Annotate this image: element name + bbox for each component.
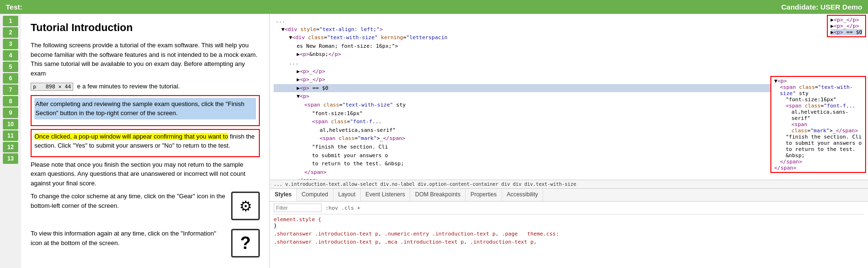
highlight-yellow-box: Once clicked, a pop-up window will appea… <box>31 129 260 157</box>
devtools-tabs-bar: Styles Computed Layout Event Listeners D… <box>270 189 868 202</box>
para-3: After completing and reviewing the sampl… <box>34 98 256 119</box>
dom-line: ▼<div class="text-with-size" kerning="le… <box>274 33 864 42</box>
main-layout: 12345678910111213 Tutorial Introduction … <box>0 14 868 268</box>
tab-styles[interactable]: Styles <box>270 189 297 201</box>
question-number-12[interactable]: 12 <box>3 142 18 152</box>
question-number-10[interactable]: 10 <box>3 119 18 129</box>
dom-line: ▶<p>_</p> <box>274 67 864 76</box>
dom-highlight-box-2: ▼<p> <span class="text-with-size" sty "f… <box>770 76 866 173</box>
filter-input[interactable] <box>274 204 322 212</box>
candidate-label: Candidate: <box>781 3 819 11</box>
question-number-9[interactable]: 9 <box>3 107 18 118</box>
question-number-13[interactable]: 13 <box>3 153 18 164</box>
tab-computed[interactable]: Computed <box>297 189 333 201</box>
gear-section: To change the color scheme at any time, … <box>31 192 260 225</box>
dom-line: es New Roman; font-size: 16px;"> <box>274 42 864 51</box>
style-rule-2: .shortanswer .introduction-text p, .mca … <box>274 239 864 245</box>
question-number-1[interactable]: 1 <box>3 16 18 26</box>
question-icon: ? <box>231 229 260 257</box>
dom-line: ▶<p>&nbsp;</p> <box>274 50 864 59</box>
info-text-col: To view this information again at any ti… <box>31 229 225 262</box>
breadcrumb-bar: ... v.introduction-text.allow-select div… <box>270 180 868 189</box>
tab-dom-breakpoints[interactable]: DOM Breakpoints <box>410 189 466 201</box>
para-4: Once clicked, a pop-up window will appea… <box>34 132 256 150</box>
dom-highlight-box-1: ▶<p>_</p> ▶<p>_</p> ▶<p> == $0 <box>827 15 866 37</box>
candidate-name: USER Demo <box>820 3 862 11</box>
filter-pseudo: :hov .cls + <box>325 205 360 211</box>
devtools-panel: ▶<p>_</p> ▶<p>_</p> ▶<p> == $0 ▼<p> <spa… <box>270 14 868 268</box>
tab-event-listeners[interactable]: Event Listeners <box>361 189 411 201</box>
tab-layout[interactable]: Layout <box>334 189 361 201</box>
question-number-2[interactable]: 2 <box>3 27 18 38</box>
para-7: To view this information again at any ti… <box>31 229 225 247</box>
question-sidebar: 12345678910111213 <box>0 14 21 268</box>
dom-line: ... <box>274 59 864 67</box>
style-rule-element: element.style { } <box>274 216 864 229</box>
filter-row: :hov .cls + <box>274 204 864 214</box>
candidate-info: Candidate: USER Demo <box>781 3 862 11</box>
yellow-highlight: Once clicked, a pop-up window will appea… <box>34 133 228 140</box>
element-tag: p 898 × 44 <box>31 83 73 91</box>
para-1: The following screens provide a tutorial… <box>31 41 260 78</box>
question-number-3[interactable]: 3 <box>3 39 18 49</box>
para-2: p 898 × 44 e a few minutes to review the… <box>31 82 260 91</box>
para-5: Please note that once you finish the sec… <box>31 160 260 188</box>
style-rule-1: .shortanswer .introduction-text p, .nume… <box>274 231 864 237</box>
gear-icon-col: ⚙ <box>231 192 260 225</box>
dom-tree[interactable]: ▶<p>_</p> ▶<p>_</p> ▶<p> == $0 ▼<p> <spa… <box>270 14 868 180</box>
dom-line: </span> <box>274 176 864 180</box>
devtools-bottom: ... v.introduction-text.allow-select div… <box>270 180 868 268</box>
para-8: To begin the tutorial, click "Next" to c… <box>31 266 260 268</box>
info-icon-col: ? <box>231 229 260 262</box>
header: Test: Candidate: USER Demo <box>0 0 868 14</box>
question-number-8[interactable]: 8 <box>3 96 18 107</box>
gear-icon: ⚙ <box>231 192 260 220</box>
test-label: Test: <box>6 3 22 11</box>
tab-properties[interactable]: Properties <box>466 189 502 201</box>
question-number-4[interactable]: 4 <box>3 50 18 61</box>
question-number-6[interactable]: 6 <box>3 73 18 84</box>
question-number-5[interactable]: 5 <box>3 62 18 72</box>
tab-accessibility[interactable]: Accessibility <box>502 189 543 201</box>
info-section: To view this information again at any ti… <box>31 229 260 262</box>
gear-text-col: To change the color scheme at any time, … <box>31 192 225 225</box>
dom-line: ... <box>274 17 864 25</box>
styles-panel: :hov .cls + element.style { } .shortansw… <box>270 202 868 268</box>
content-area: Tutorial Introduction The following scre… <box>21 14 270 268</box>
para-6: To change the color scheme at any time, … <box>31 192 225 210</box>
tutorial-title: Tutorial Introduction <box>31 21 260 34</box>
question-number-7[interactable]: 7 <box>3 85 18 95</box>
question-number-11[interactable]: 11 <box>3 130 18 141</box>
dom-line: ▼<div style="text-align: left;"> <box>274 25 864 34</box>
breadcrumb-text: ... v.introduction-text.allow-select div… <box>274 182 576 187</box>
highlight-blue-box: After completing and reviewing the sampl… <box>31 95 260 126</box>
